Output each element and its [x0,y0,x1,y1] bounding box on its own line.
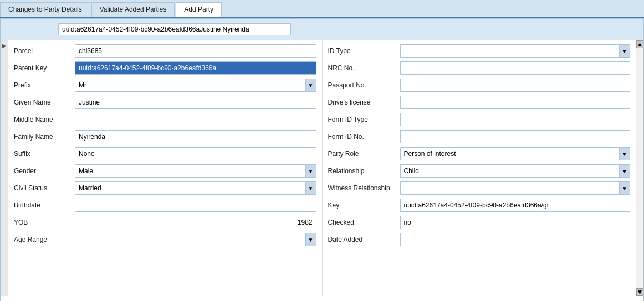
row-drives-license: Drive's license [328,95,631,110]
row-date-added: Date Added [328,232,631,247]
select-wrapper-party-role: Person of interestOwnerWitness▼ [400,147,631,160]
row-witness-relationship: Witness Relationship▼ [328,181,631,195]
label-date-added: Date Added [328,236,400,243]
select-relationship[interactable]: ChildSpouseParentSibling [400,164,631,178]
label-yob: YOB [14,219,75,226]
input-date-added[interactable] [400,233,631,246]
select-witness-relationship[interactable] [400,181,631,195]
row-relationship: RelationshipChildSpouseParentSibling▼ [328,164,631,178]
label-key: Key [328,201,400,209]
label-civil-status: Civil Status [14,184,75,192]
select-civil-status[interactable]: MarriedSingleDivorcedWidowed [75,181,316,195]
label-birthdate: Birthdate [14,201,75,209]
select-prefix[interactable]: MrMrsMsDr [75,79,316,92]
select-wrapper-relationship: ChildSpouseParentSibling▼ [400,164,631,178]
left-column: ParcelParent KeyPrefixMrMrsMsDr▼Given Na… [8,40,323,296]
input-checked[interactable] [400,216,631,229]
row-form-id-type: Form ID Type [328,112,631,127]
row-family-name: Family Name [14,129,316,144]
label-given-name: Given Name [14,98,75,106]
select-gender[interactable]: MaleFemale [75,164,316,178]
row-yob: YOB [14,215,316,230]
input-parcel[interactable] [75,44,316,58]
label-form-id-type: Form ID Type [328,116,400,123]
input-birthdate[interactable] [75,199,316,212]
label-gender: Gender [14,167,75,175]
panel-header [1,19,643,40]
expand-arrow[interactable]: ▶ [2,43,7,49]
label-family-name: Family Name [14,133,75,141]
row-form-id-no: Form ID No. [328,129,631,144]
input-nrc-no[interactable] [400,61,631,75]
tab-validate[interactable]: Validate Added Parties [91,2,175,17]
label-checked: Checked [328,219,400,226]
row-gender: GenderMaleFemale▼ [14,164,316,178]
select-party-role[interactable]: Person of interestOwnerWitness [400,147,631,160]
label-passport-no: Passport No. [328,81,400,89]
input-family-name[interactable] [75,130,316,143]
select-wrapper-prefix: MrMrsMsDr▼ [75,79,316,92]
input-middle-name[interactable] [75,113,316,126]
select-id-type[interactable] [400,44,631,58]
left-margin: ▶ [1,40,8,296]
row-checked: Checked [328,215,631,230]
form-area: ▶ ParcelParent KeyPrefixMrMrsMsDr▼Given … [1,40,643,296]
label-suffix: Suffix [14,150,75,158]
label-relationship: Relationship [328,167,400,175]
row-age-range: Age Range▼ [14,232,316,247]
scroll-down-button[interactable]: ▼ [636,288,644,296]
input-yob[interactable] [75,216,316,229]
row-civil-status: Civil StatusMarriedSingleDivorcedWidowed… [14,181,316,195]
main-panel: ▶ ParcelParent KeyPrefixMrMrsMsDr▼Given … [0,18,644,301]
label-middle-name: Middle Name [14,116,75,123]
row-given-name: Given Name [14,95,316,110]
label-parent-key: Parent Key [14,64,75,72]
row-key: Key [328,198,631,212]
input-passport-no[interactable] [400,79,631,92]
select-wrapper-age-range: ▼ [75,233,316,246]
label-age-range: Age Range [14,236,75,243]
label-id-type: ID Type [328,47,400,55]
row-middle-name: Middle Name [14,112,316,127]
tab-add[interactable]: Add Party [176,2,222,17]
label-drives-license: Drive's license [328,98,400,106]
row-parcel: Parcel [14,44,316,58]
select-wrapper-civil-status: MarriedSingleDivorcedWidowed▼ [75,181,316,195]
select-age-range[interactable] [75,233,316,246]
input-key[interactable] [400,199,631,212]
label-witness-relationship: Witness Relationship [328,184,400,192]
tab-changes[interactable]: Changes to Party Details [0,2,90,17]
input-form-id-no[interactable] [400,130,631,143]
label-party-role: Party Role [328,150,400,158]
tab-bar: Changes to Party DetailsValidate Added P… [0,0,644,18]
row-passport-no: Passport No. [328,78,631,92]
input-suffix[interactable] [75,147,316,160]
label-prefix: Prefix [14,81,75,89]
scroll-up-button[interactable]: ▲ [636,40,644,48]
label-form-id-no: Form ID No. [328,133,400,141]
right-column: ID Type▼NRC No.Passport No.Drive's licen… [323,40,636,296]
input-parent-key[interactable] [75,61,316,75]
row-party-role: Party RolePerson of interestOwnerWitness… [328,147,631,161]
input-given-name[interactable] [75,96,316,109]
select-wrapper-witness-relationship: ▼ [400,181,631,195]
label-nrc-no: NRC No. [328,64,400,72]
select-wrapper-id-type: ▼ [400,44,631,58]
row-id-type: ID Type▼ [328,44,631,58]
row-prefix: PrefixMrMrsMsDr▼ [14,78,316,92]
label-parcel: Parcel [14,47,75,55]
input-drives-license[interactable] [400,96,631,109]
scrollbar[interactable]: ▲ ▼ [636,40,643,296]
row-suffix: Suffix [14,147,316,161]
row-parent-key: Parent Key [14,61,316,75]
row-nrc-no: NRC No. [328,61,631,75]
row-birthdate: Birthdate [14,198,316,212]
input-form-id-type[interactable] [400,113,631,126]
select-wrapper-gender: MaleFemale▼ [75,164,316,178]
generated-key-input[interactable] [58,23,291,35]
